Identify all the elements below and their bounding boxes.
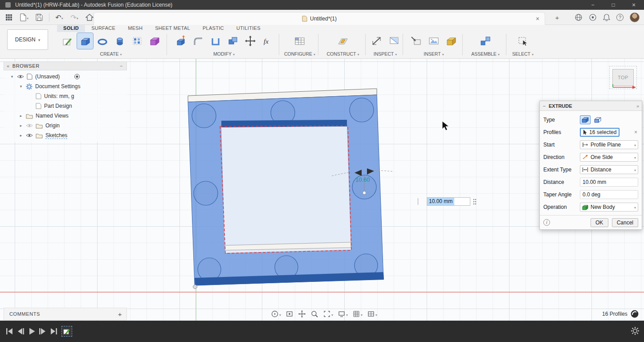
job-status-icon[interactable] [589,13,597,21]
construct-plane-button[interactable] [335,33,351,49]
move-copy-button[interactable] [242,33,258,49]
insert-canvas-button[interactable] [426,33,442,49]
tree-item-label[interactable]: Part Design [44,103,72,109]
fillet-button[interactable] [190,33,206,49]
measure-button[interactable] [369,33,385,49]
combine-button[interactable] [225,33,241,49]
tree-item-label[interactable]: Named Views [36,113,69,119]
display-settings-button[interactable] [337,309,349,319]
cancel-button[interactable]: Cancel [612,218,638,227]
grid-snaps-button[interactable] [351,309,363,319]
viewports-button[interactable] [366,309,378,319]
tree-item-units[interactable]: Units: mm, g [4,91,127,101]
extent-type-dropdown[interactable]: Distance [580,165,638,174]
app-grid-icon[interactable] [4,12,14,23]
expand-caret-icon[interactable] [10,74,14,79]
fusion-badge-icon[interactable] [631,310,639,318]
tree-item-label[interactable]: (Unsaved) [35,73,60,80]
input-drag-handle[interactable] [473,198,477,206]
user-avatar[interactable] [630,12,640,22]
tab-utilities[interactable]: UTILITIES [230,25,267,32]
undo-button[interactable] [54,12,65,23]
tree-item-origin[interactable]: Origin [4,121,127,130]
start-dropdown[interactable]: Profile Plane [580,140,638,149]
taper-angle-field[interactable]: 0.0 deg [580,190,638,199]
visibility-eye-icon[interactable] [17,74,24,79]
timeline-sketch-feature[interactable] [61,326,72,337]
zoom-button[interactable] [310,309,319,319]
active-component-radio[interactable] [74,73,80,80]
shell-button[interactable] [208,33,224,49]
distance-field[interactable]: 10.00 mm [580,178,638,187]
extrude-button[interactable] [77,33,93,49]
group-label-construct[interactable]: CONSTRUCT [321,51,365,57]
step-back-button[interactable] [16,326,25,336]
expand-caret-icon[interactable] [19,123,23,128]
tree-item-document-settings[interactable]: Document Settings [4,81,127,91]
expand-caret-icon[interactable] [19,133,23,138]
extensions-globe-icon[interactable] [575,13,583,21]
profiles-selection-chip[interactable]: 16 selected [580,128,620,137]
tab-solid[interactable]: SOLID [57,25,85,32]
group-label-insert[interactable]: INSERT [405,51,462,57]
look-at-button[interactable] [285,309,294,319]
type-thin-extrude-option[interactable] [592,115,603,124]
create-form-button[interactable] [147,33,163,49]
minimize-button[interactable] [583,0,603,10]
pattern-button[interactable] [129,33,145,49]
group-label-modify[interactable]: MODIFY [169,51,279,57]
dialog-header[interactable]: EXTRUDE [540,101,642,111]
insert-mcmaster-button[interactable] [443,33,459,49]
orbit-button[interactable] [270,309,282,319]
step-forward-button[interactable] [38,326,48,336]
distance-input[interactable]: 10.00 mm [427,197,470,206]
expand-caret-icon[interactable] [19,84,23,89]
assemble-button[interactable] [477,33,493,49]
group-label-assemble[interactable]: ASSEMBLE [465,51,506,57]
tab-mesh[interactable]: MESH [122,25,149,32]
extrude-preview-body[interactable] [188,89,384,285]
timeline-settings-gear-icon[interactable] [631,326,640,335]
operation-dropdown[interactable]: New Body [580,203,638,212]
tree-item-named-views[interactable]: Named Views [4,111,127,121]
expand-caret-icon[interactable] [19,114,23,118]
tab-sheet-metal[interactable]: SHEET METAL [149,25,196,32]
comments-panel[interactable]: COMMENTS [4,308,127,320]
file-menu-icon[interactable] [19,12,29,23]
visibility-off-eye-icon[interactable] [26,123,33,128]
fit-button[interactable] [322,309,334,319]
close-button[interactable] [624,0,644,10]
direction-dropdown[interactable]: One Side [580,153,638,162]
collapse-panel-icon[interactable] [7,63,10,69]
add-comment-button[interactable] [118,310,122,318]
revolve-button[interactable] [94,33,110,49]
help-icon[interactable] [616,14,624,21]
tree-item-label[interactable]: Units: mm, g [44,93,74,99]
go-to-start-button[interactable] [4,326,14,336]
tree-item-part-design[interactable]: Part Design [4,101,127,111]
distance-input-value[interactable]: 10.00 mm [427,198,454,205]
tab-close-icon[interactable] [534,15,541,22]
minimize-panel-icon[interactable] [120,63,123,69]
create-sketch-button[interactable] [60,33,76,49]
ok-button[interactable]: OK [591,218,608,227]
sweep-button[interactable] [112,33,128,49]
clear-selection-icon[interactable] [634,129,637,135]
section-analysis-button[interactable] [386,33,402,49]
tab-plastic[interactable]: PLASTIC [196,25,230,32]
document-tab[interactable]: Untitled*(1) [94,12,545,25]
type-extrude-option[interactable] [580,115,591,124]
visibility-eye-icon[interactable] [26,133,33,138]
collapse-dialog-icon[interactable] [540,103,549,109]
origin-point[interactable] [193,285,197,289]
select-button[interactable] [515,33,531,49]
group-label-configure[interactable]: CONFIGURE [281,51,318,57]
parameters-fx-button[interactable]: fx [260,33,276,49]
tree-item-sketches[interactable]: Sketches [4,130,127,140]
group-label-create[interactable]: CREATE [56,51,166,57]
tree-item-label[interactable]: Sketches [45,132,67,139]
group-label-select[interactable]: SELECT [509,51,537,57]
save-icon[interactable] [34,12,45,23]
expand-dialog-icon[interactable] [636,103,639,109]
info-icon[interactable] [543,219,550,226]
